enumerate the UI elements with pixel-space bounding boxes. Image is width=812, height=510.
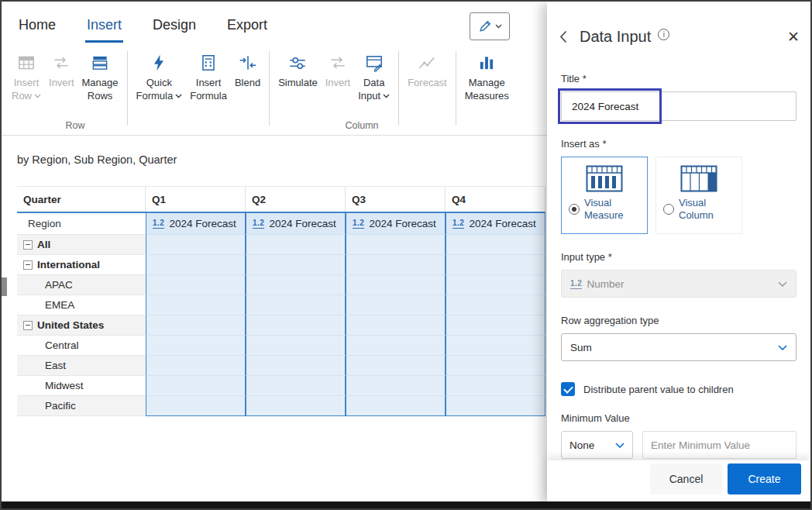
measure-header[interactable]: 1.22024 Forecast xyxy=(146,212,246,235)
option-visual-measure[interactable]: Visual Measure xyxy=(561,157,648,234)
row-label-text: Central xyxy=(45,339,79,351)
blend-button[interactable]: Blend xyxy=(231,50,264,91)
data-cell[interactable] xyxy=(246,336,346,356)
row-label-united-states[interactable]: United States xyxy=(17,315,146,336)
insert-row-button[interactable]: InsertRow xyxy=(8,50,45,105)
row-label-midwest[interactable]: Midwest xyxy=(17,376,146,396)
data-cell[interactable] xyxy=(446,315,545,336)
column-header-q2[interactable]: Q2 xyxy=(246,186,346,212)
data-input-icon xyxy=(364,51,384,74)
data-cell[interactable] xyxy=(146,295,246,315)
data-cell[interactable] xyxy=(446,356,545,376)
quick-formula-button[interactable]: QuickFormula xyxy=(132,50,187,105)
scrollbar-thumb[interactable] xyxy=(2,277,7,296)
column-header-q3[interactable]: Q3 xyxy=(346,186,446,212)
data-cell[interactable] xyxy=(146,315,246,336)
distribute-label: Distribute parent value to children xyxy=(583,384,734,395)
data-cell[interactable] xyxy=(446,235,545,255)
data-cell[interactable] xyxy=(346,315,446,336)
column-header-q4[interactable]: Q4 xyxy=(446,186,545,212)
chevron-down-icon xyxy=(778,281,787,287)
measure-header[interactable]: 1.22024 Forecast xyxy=(446,212,545,235)
data-cell[interactable] xyxy=(346,235,446,255)
data-cell[interactable] xyxy=(446,336,545,356)
checkbox-checked-icon[interactable] xyxy=(561,382,575,396)
data-cell[interactable] xyxy=(146,275,246,295)
data-cell[interactable] xyxy=(346,295,446,315)
invert-column-button[interactable]: Invert xyxy=(322,50,355,91)
data-cell[interactable] xyxy=(246,255,346,275)
data-cell[interactable] xyxy=(346,396,446,416)
tab-home[interactable]: Home xyxy=(17,12,57,43)
row-label-international[interactable]: International xyxy=(17,255,146,275)
input-type-label: Input type * xyxy=(561,251,797,264)
button-label: Invert xyxy=(325,77,351,90)
row-label-central[interactable]: Central xyxy=(17,336,146,356)
button-label: Input xyxy=(358,90,380,103)
distribute-checkbox-row[interactable]: Distribute parent value to children xyxy=(561,381,797,397)
tab-export[interactable]: Export xyxy=(225,12,269,43)
data-cell[interactable] xyxy=(446,295,545,315)
row-label-all[interactable]: All xyxy=(17,235,146,255)
minimum-value-input[interactable] xyxy=(642,431,797,459)
data-cell[interactable] xyxy=(446,275,545,295)
minimum-type-select[interactable]: None xyxy=(561,431,633,459)
collapse-icon[interactable] xyxy=(23,321,33,330)
row-label-east[interactable]: East xyxy=(17,356,146,376)
data-cell[interactable] xyxy=(346,376,446,396)
edit-table-button[interactable] xyxy=(470,12,510,40)
info-icon[interactable]: i xyxy=(658,29,669,40)
data-cell[interactable] xyxy=(146,376,246,396)
data-cell[interactable] xyxy=(146,396,246,416)
data-cell[interactable] xyxy=(246,235,346,255)
data-cell[interactable] xyxy=(246,315,346,336)
data-cell[interactable] xyxy=(346,275,446,295)
insert-as-options: Visual Measure Visual Column xyxy=(561,157,797,234)
data-cell[interactable] xyxy=(246,396,346,416)
cancel-button[interactable]: Cancel xyxy=(650,463,722,494)
simulate-button[interactable]: Simulate xyxy=(274,50,322,91)
measure-header[interactable]: 1.22024 Forecast xyxy=(346,212,446,235)
data-cell[interactable] xyxy=(346,255,446,275)
data-cell[interactable] xyxy=(146,336,246,356)
column-header-q1[interactable]: Q1 xyxy=(146,186,246,212)
tab-insert[interactable]: Insert xyxy=(85,12,123,43)
data-cell[interactable] xyxy=(246,295,346,315)
close-icon[interactable]: ✕ xyxy=(787,29,800,44)
data-cell[interactable] xyxy=(346,336,446,356)
data-cell[interactable] xyxy=(446,376,545,396)
data-cell[interactable] xyxy=(146,356,246,376)
data-cell[interactable] xyxy=(146,255,246,275)
collapse-icon[interactable] xyxy=(23,240,33,250)
radio-visual-measure[interactable] xyxy=(569,204,580,215)
forecast-button[interactable]: Forecast xyxy=(404,50,451,91)
manage-measures-button[interactable]: ManageMeasures xyxy=(461,50,513,105)
data-input-button[interactable]: DataInput xyxy=(354,50,394,105)
collapse-icon[interactable] xyxy=(23,260,33,270)
data-cell[interactable] xyxy=(246,356,346,376)
radio-visual-column[interactable] xyxy=(663,204,674,215)
data-cell[interactable] xyxy=(246,376,346,396)
create-button[interactable]: Create xyxy=(728,463,801,494)
row-label-emea[interactable]: EMEA xyxy=(17,295,146,315)
measure-header[interactable]: 1.22024 Forecast xyxy=(246,212,346,235)
data-cell[interactable] xyxy=(446,255,545,275)
data-cell[interactable] xyxy=(346,356,446,376)
manage-rows-button[interactable]: ManageRows xyxy=(78,50,122,105)
button-label: Blend xyxy=(235,77,260,90)
tab-design[interactable]: Design xyxy=(151,12,198,43)
insert-formula-button[interactable]: InsertFormula xyxy=(186,50,231,105)
row-aggregation-select[interactable]: Sum xyxy=(561,333,797,361)
row-label-pacific[interactable]: Pacific xyxy=(17,396,146,416)
corner-header[interactable]: Quarter xyxy=(17,186,146,212)
back-button[interactable] xyxy=(559,30,567,43)
data-cell[interactable] xyxy=(246,275,346,295)
data-cell[interactable] xyxy=(446,396,545,416)
button-label: Insert xyxy=(196,77,222,90)
row-label-apac[interactable]: APAC xyxy=(17,275,146,295)
row-dimension-header[interactable]: Region xyxy=(17,212,146,235)
data-cell[interactable] xyxy=(146,235,246,255)
option-visual-column[interactable]: Visual Column xyxy=(655,157,742,234)
invert-row-button[interactable]: Invert xyxy=(45,50,78,91)
title-input[interactable] xyxy=(561,91,797,121)
